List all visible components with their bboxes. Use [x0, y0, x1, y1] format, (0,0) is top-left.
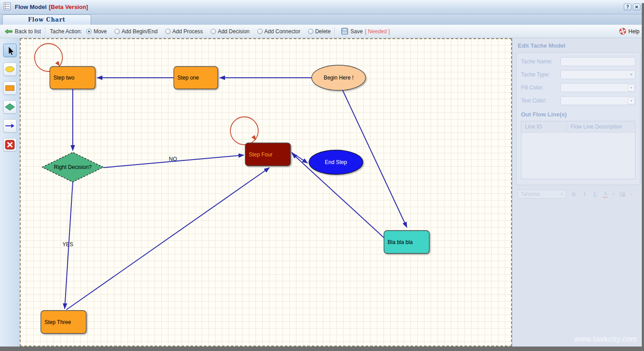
radio-icon — [115, 29, 120, 34]
radio-icon — [211, 29, 216, 34]
palette-connector-tool[interactable] — [3, 119, 17, 133]
self-loop-arrowhead — [251, 135, 256, 140]
back-arrow-icon — [4, 29, 13, 34]
window-help-button[interactable]: ? — [624, 4, 631, 10]
chevron-down-icon: ▼ — [628, 71, 635, 78]
window-beta-label: [Beta Version] — [49, 4, 88, 10]
action-radio-add-process[interactable]: Add Process — [165, 28, 203, 35]
node-label-decision: Right Decision? — [54, 164, 92, 170]
connector-arrow-icon — [4, 122, 15, 130]
field-row-text-color: Text Color: ▼ — [521, 96, 635, 105]
toolbar-separator — [45, 27, 46, 36]
action-label: Add Begin/End — [122, 28, 158, 35]
title-bar: Flow Model [Beta Version] ? ✕ — [0, 0, 644, 14]
palette-move-tool[interactable] — [3, 44, 17, 57]
action-radio-delete[interactable]: Delete — [308, 28, 331, 35]
action-label: Delete — [315, 28, 331, 35]
font-family-select: Tahoma ▼ — [518, 190, 566, 199]
rectangle-shape-icon — [4, 84, 15, 92]
out-flow-table: Line ID Flow Line Description — [521, 121, 635, 179]
flowchart-canvas[interactable]: NOYESStep twoStep oneBegin Here !Right D… — [20, 38, 512, 347]
font-color-button: A — [603, 191, 608, 197]
flowchart-svg: NOYESStep twoStep oneBegin Here !Right D… — [20, 38, 512, 347]
flow-line-description-column-header: Flow Line Description — [567, 121, 626, 132]
node-label-step-four: Step Four — [249, 151, 273, 158]
tache-action-label: Tache Action: — [50, 28, 82, 35]
tache-action-group: Move Add Begin/End Add Process Add Decis… — [86, 28, 331, 35]
palette-delete-tool[interactable] — [3, 138, 17, 151]
help-label: Help — [628, 28, 640, 35]
node-label-step-one: Step one — [177, 75, 199, 81]
action-radio-add-begin-end[interactable]: Add Begin/End — [115, 28, 158, 35]
shape-palette — [0, 38, 20, 347]
tab-flow-chart[interactable]: Flow Chart — [2, 14, 91, 25]
palette-decision-tool[interactable] — [3, 100, 17, 114]
fill-color-label: Fill Color: — [521, 84, 560, 91]
text-color-picker: ▼ — [560, 96, 635, 105]
chevron-down-icon: ▼ — [560, 192, 564, 196]
out-flow-table-header: Line ID Flow Line Description — [521, 121, 635, 133]
palette-process-tool[interactable] — [3, 81, 17, 95]
diamond-shape-icon — [4, 103, 15, 111]
save-icon — [341, 28, 348, 35]
out-flow-lines-title: Out Flow Line(s) — [521, 111, 635, 118]
field-row-fill-color: Fill Color: ▼ — [521, 83, 635, 92]
field-row-tache-name: Tache Name: — [521, 57, 635, 66]
chevron-down-icon: ▼ — [629, 192, 633, 196]
field-row-tache-type: Tache Type: ▼ — [521, 70, 635, 79]
radio-icon — [86, 29, 92, 34]
flow-edge — [291, 152, 308, 163]
node-label-step-two: Step two — [53, 75, 75, 81]
action-label: Add Decision — [218, 28, 250, 35]
ellipse-shape-icon — [4, 65, 15, 73]
text-color-label: Text Color: — [521, 98, 560, 104]
main-toolbar: Back to list Tache Action: Move Add Begi… — [0, 25, 644, 38]
delete-x-icon — [5, 140, 15, 150]
save-button[interactable]: Save [ Needed ] — [341, 28, 390, 35]
action-label: Move — [93, 28, 106, 35]
panel-title: Edit Tache Model — [512, 38, 644, 52]
node-label-end-step: End Step — [325, 159, 347, 165]
tache-form: Tache Name: Tache Type: ▼ Fill Color: ▼ — [516, 52, 640, 185]
cursor-icon — [4, 45, 15, 56]
main-area: NOYESStep twoStep oneBegin Here !Right D… — [0, 38, 644, 347]
help-lifebuoy-icon — [619, 28, 626, 35]
watermark: www.taskcity.com — [574, 335, 637, 344]
highlight-color-button — [619, 192, 625, 197]
tache-name-label: Tache Name: — [521, 58, 560, 65]
edit-tache-panel: Edit Tache Model Tache Name: Tache Type:… — [512, 38, 644, 347]
help-button[interactable]: Help — [619, 28, 640, 35]
window-close-button[interactable]: ✕ — [633, 4, 640, 10]
node-label-begin: Begin Here ! — [324, 75, 354, 81]
edge-label: YES — [62, 241, 73, 248]
palette-begin-end-tool[interactable] — [3, 62, 17, 76]
line-id-column-header: Line ID — [521, 121, 567, 132]
window-title: Flow Model — [15, 4, 47, 10]
font-name: Tahoma — [520, 191, 540, 197]
window-bottom-edge — [0, 347, 644, 351]
action-radio-add-decision[interactable]: Add Decision — [211, 28, 250, 35]
window-right-edge — [642, 3, 644, 347]
action-radio-add-connector[interactable]: Add Connector — [257, 28, 300, 35]
self-loop-arrowhead — [55, 61, 60, 66]
back-to-list-label: Back to list — [15, 28, 41, 35]
underline-button: U — [592, 191, 599, 198]
color-dropdown-icon: ▼ — [628, 98, 635, 104]
action-radio-move[interactable]: Move — [86, 28, 106, 35]
app-icon — [4, 2, 11, 12]
radio-icon — [308, 29, 313, 34]
tab-strip: Flow Chart — [0, 14, 644, 25]
bold-button: B — [570, 191, 577, 198]
radio-icon — [257, 29, 263, 34]
text-editor-toolbar: Tahoma ▼ B I U A ▼ ▼ — [518, 190, 639, 199]
chevron-down-icon: ▼ — [612, 192, 615, 196]
save-needed-status: [ Needed ] — [365, 28, 390, 35]
node-label-step-three: Step Three — [44, 319, 71, 325]
self-loop — [230, 117, 258, 145]
flow-model-window: Flow Model [Beta Version] ? ✕ Flow Chart… — [0, 0, 644, 347]
tache-name-input — [560, 57, 635, 66]
back-to-list-button[interactable]: Back to list — [4, 28, 41, 35]
action-label: Add Process — [172, 28, 203, 35]
italic-button: I — [581, 191, 588, 198]
flow-edge — [66, 168, 269, 310]
